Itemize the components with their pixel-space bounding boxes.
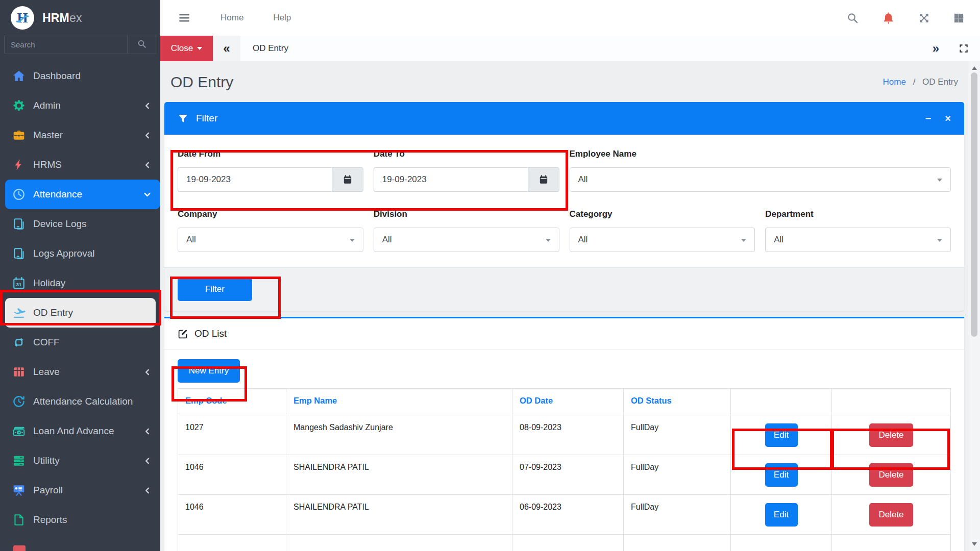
- filter-button[interactable]: Filter: [178, 278, 252, 301]
- col-header-emp-name[interactable]: Emp Name: [286, 389, 512, 415]
- sidebar-item-utility[interactable]: Utilitty: [0, 446, 160, 475]
- sidebar-item-payroll[interactable]: Payroll: [0, 475, 160, 505]
- sidebar-item-master[interactable]: Master: [0, 120, 160, 150]
- clock-history-icon: [12, 395, 26, 408]
- calendar-icon[interactable]: [332, 167, 363, 192]
- cell-emp-name: SHAILENDRA PATIL: [286, 455, 512, 495]
- edit-square-icon: [178, 329, 188, 339]
- page-title: OD Entry: [170, 73, 233, 91]
- cell-emp-code: 1046: [178, 455, 286, 495]
- sidebar-item-device-logs[interactable]: Device Logs: [0, 209, 160, 239]
- calendar-31-icon: 31: [12, 277, 26, 290]
- table-header-row: Emp Code Emp Name OD Date OD Status: [178, 389, 951, 415]
- sidebar-item-label: Attendance: [33, 189, 82, 200]
- division-select[interactable]: All: [374, 228, 559, 252]
- nav-link-help[interactable]: Help: [273, 13, 291, 23]
- scroll-up-arrow-icon[interactable]: [968, 62, 980, 71]
- sidebar-item-label: Admin: [33, 100, 61, 111]
- search-icon: [137, 39, 146, 50]
- sidebar-item-reports[interactable]: Reports: [0, 505, 160, 535]
- fullscreen-icon[interactable]: [959, 43, 969, 54]
- scroll-tabs-right-button[interactable]: »: [933, 41, 939, 56]
- filter-panel-footer: Filter: [164, 267, 964, 311]
- breadcrumb-home-link[interactable]: Home: [883, 77, 906, 87]
- company-select[interactable]: All: [178, 228, 363, 252]
- active-tab-od-entry[interactable]: OD Entry: [240, 36, 933, 61]
- sidebar-item-label: Holiday: [33, 278, 65, 289]
- sidebar-item-attendance[interactable]: Attendance: [5, 180, 160, 209]
- scrollbar-thumb[interactable]: [971, 72, 977, 337]
- arrows-expand-icon[interactable]: [918, 12, 930, 24]
- page-header: OD Entry Home / OD Entry: [164, 61, 964, 102]
- cell-emp-code: 1027: [178, 415, 286, 455]
- employee-name-select[interactable]: All: [570, 167, 951, 192]
- sidebar-item-attendance-calculation[interactable]: Attendance Calculation: [0, 387, 160, 416]
- col-header-od-status[interactable]: OD Status: [624, 389, 731, 415]
- sidebar-item-label: Logs Approval: [33, 248, 94, 259]
- chevron-down-icon: [143, 191, 151, 198]
- edit-button[interactable]: Edit: [765, 463, 798, 487]
- table-row: 1046 SHAILENDRA PATIL 06-09-2023 FullDay…: [178, 495, 951, 535]
- cell-od-status: FullDay: [624, 495, 731, 535]
- scroll-down-arrow-icon[interactable]: [968, 541, 980, 550]
- delete-button[interactable]: Delete: [869, 423, 913, 447]
- home-icon: [12, 69, 26, 83]
- filter-form: Date From Date To: [164, 135, 964, 267]
- sidebar-item-admin[interactable]: Admin: [0, 91, 160, 120]
- brand: H HRMex: [0, 0, 160, 35]
- sidebar-item-coff[interactable]: COFF: [0, 328, 160, 357]
- edit-button[interactable]: Edit: [765, 503, 798, 527]
- chevron-left-icon: [143, 132, 151, 139]
- cell-od-status: FullDay: [624, 415, 731, 455]
- cell-emp-name: SHAILENDRA PATIL: [286, 495, 512, 535]
- minimize-icon[interactable]: −: [925, 113, 932, 123]
- search-submit-button[interactable]: [127, 35, 156, 54]
- bell-icon[interactable]: [881, 11, 895, 25]
- date-to-input[interactable]: [374, 167, 528, 192]
- chevron-left-icon: [143, 457, 151, 465]
- sidebar-item-label: COFF: [33, 337, 60, 348]
- sidebar-item-loan-and-advance[interactable]: $ Loan And Advance: [0, 416, 160, 446]
- vertical-scrollbar[interactable]: [968, 61, 980, 551]
- od-list-body: New Entry Emp Code Emp Name OD Date OD S…: [164, 349, 964, 551]
- calendar-icon[interactable]: [528, 167, 559, 192]
- grid-icon[interactable]: [953, 12, 965, 24]
- gear-icon: [12, 99, 26, 112]
- col-header-od-date[interactable]: OD Date: [512, 389, 624, 415]
- hrmex-logo-icon[interactable]: H: [10, 6, 35, 30]
- category-select[interactable]: All: [570, 228, 755, 252]
- top-navbar: Home Help: [160, 0, 980, 36]
- delete-button[interactable]: Delete: [869, 463, 913, 487]
- table-row: 1027 Mangesh Sadashiv Zunjare 08-09-2023…: [178, 415, 951, 455]
- chevron-left-icon: [143, 487, 151, 494]
- new-entry-button[interactable]: New Entry: [178, 359, 240, 383]
- repeat-icon: [12, 336, 26, 349]
- sidebar-item-hrms[interactable]: HRMS: [0, 150, 160, 180]
- chevron-left-icon: [143, 161, 151, 169]
- close-icon[interactable]: ×: [945, 113, 951, 123]
- category-field: Categorgy All: [570, 209, 755, 252]
- sidebar-item-holiday[interactable]: 31 Holiday: [0, 268, 160, 298]
- close-tab-button[interactable]: Close: [160, 36, 213, 61]
- sidebar-item-dashboard[interactable]: Dashboard: [0, 61, 160, 91]
- department-select[interactable]: All: [765, 228, 951, 252]
- menu-icon[interactable]: [178, 11, 191, 24]
- department-label: Department: [765, 209, 951, 219]
- col-header-emp-code[interactable]: Emp Code: [178, 389, 286, 415]
- search-icon[interactable]: [847, 12, 859, 24]
- date-from-input[interactable]: [178, 167, 332, 192]
- collapse-tabs-left-button[interactable]: «: [213, 36, 240, 61]
- sidebar-item-od-entry[interactable]: OD Entry: [5, 298, 156, 328]
- presentation-chart-icon: [12, 484, 26, 497]
- division-field: Division All: [374, 209, 559, 252]
- sidebar-item-leave[interactable]: Leave: [0, 357, 160, 387]
- col-header-actions-edit: [731, 389, 832, 415]
- briefcase-icon: [12, 129, 26, 142]
- nav-link-home[interactable]: Home: [220, 13, 243, 23]
- sidebar-item-logs-approval[interactable]: Logs Approval: [0, 239, 160, 268]
- delete-button[interactable]: Delete: [869, 503, 913, 527]
- search-input[interactable]: [5, 35, 127, 54]
- breadcrumb-separator: /: [913, 77, 916, 87]
- edit-button[interactable]: Edit: [765, 423, 798, 447]
- plane-departure-icon: [12, 306, 26, 319]
